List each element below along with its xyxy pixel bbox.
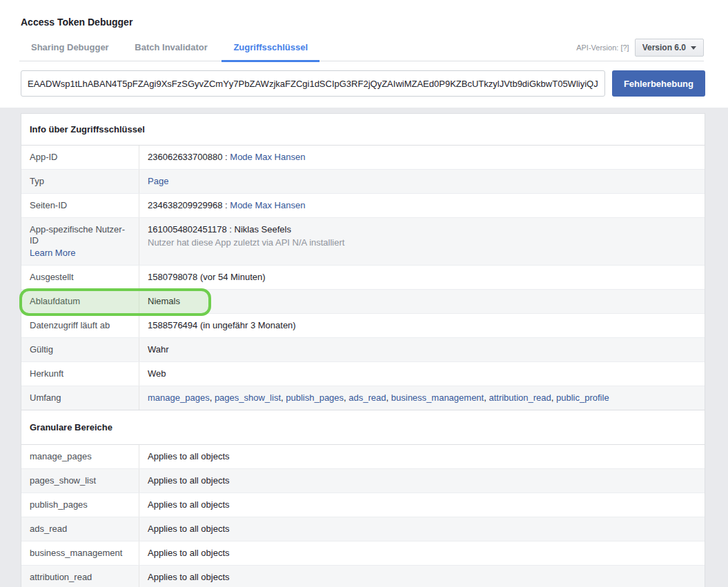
row-value: 234638209929968 : Mode Max Hansen xyxy=(139,194,705,217)
row-label: App-ID xyxy=(21,146,139,169)
type-link[interactable]: Page xyxy=(148,176,168,186)
granular-row-publish-pages: publish_pages Applies to all objects xyxy=(21,493,705,517)
row-label: Typ xyxy=(21,170,139,193)
table-row-app-scoped-user-id: App-spezifische Nutzer-ID Learn More 161… xyxy=(21,218,705,266)
table-row-herkunft: Herkunft Web xyxy=(21,362,705,386)
api-version-selected: Version 6.0 xyxy=(642,43,686,52)
tab-batch-invalidator[interactable]: Batch Invalidator xyxy=(123,42,219,61)
row-label: Seiten-ID xyxy=(21,194,139,217)
table-row-seiten-id: Seiten-ID 234638209929968 : Mode Max Han… xyxy=(21,194,705,218)
chevron-down-icon xyxy=(691,46,696,50)
granular-row-pages-show-list: pages_show_list Applies to all objects xyxy=(21,469,705,493)
token-bar: Fehlerbehebung xyxy=(21,70,705,97)
row-label: manage_pages xyxy=(21,445,139,468)
scope-links: manage_pages, pages_show_list, publish_p… xyxy=(139,386,705,410)
row-label: Ausgestellt xyxy=(21,266,139,289)
table-row-ablaufdatum: Ablaufdatum Niemals xyxy=(21,290,705,314)
row-label: Umfang xyxy=(21,386,139,410)
table-row-typ: Typ Page xyxy=(21,170,705,194)
api-version-label-text: API-Version: xyxy=(576,43,618,52)
tab-sharing-debugger[interactable]: Sharing Debugger xyxy=(19,42,121,61)
row-value: 1580798078 (vor 54 Minuten) xyxy=(139,266,705,289)
table-row-datenzugriff: Datenzugriff läuft ab 1588576494 (in ung… xyxy=(21,314,705,338)
page-name-link[interactable]: Mode Max Hansen xyxy=(230,200,305,210)
install-note: Nutzer hat diese App zuletzt via API N/A… xyxy=(148,237,696,248)
row-value: Wahr xyxy=(139,338,705,361)
granular-row-business-management: business_management Applies to all objec… xyxy=(21,541,705,566)
row-label-text: App-spezifische Nutzer-ID xyxy=(30,224,130,246)
scope-link[interactable]: publish_pages xyxy=(286,392,344,403)
granular-row-manage-pages: manage_pages Applies to all objects xyxy=(21,445,705,469)
learn-more-link[interactable]: Learn More xyxy=(30,248,75,259)
scope-link[interactable]: pages_show_list xyxy=(215,392,281,403)
table-row-gueltig: Gültig Wahr xyxy=(21,338,705,362)
info-table-header: Info über Zugriffsschlüssel xyxy=(21,114,705,146)
row-label: pages_show_list xyxy=(21,469,139,493)
user-id-value: 1610054802451178 : Niklas Seefels xyxy=(148,224,696,235)
row-value: Applies to all objects xyxy=(139,493,705,517)
table-row-ausgestellt: Ausgestellt 1580798078 (vor 54 Minuten) xyxy=(21,266,705,290)
row-label: Gültig xyxy=(21,338,139,361)
row-label: App-spezifische Nutzer-ID Learn More xyxy=(21,218,139,265)
row-value: 1610054802451178 : Niklas Seefels Nutzer… xyxy=(139,218,705,265)
api-version-help-link[interactable]: [?] xyxy=(620,43,629,52)
row-label: attribution_read xyxy=(21,566,139,587)
api-version-dropdown[interactable]: Version 6.0 xyxy=(635,39,704,57)
granular-row-attribution-read: attribution_read Applies to all objects xyxy=(21,566,705,587)
row-label: business_management xyxy=(21,541,139,565)
row-label: ads_read xyxy=(21,517,139,541)
table-row-umfang: Umfang manage_pages, pages_show_list, pu… xyxy=(21,386,705,410)
app-id-number: 236062633700880 : xyxy=(148,152,230,162)
row-label: publish_pages xyxy=(21,493,139,517)
scope-link[interactable]: public_profile xyxy=(556,392,609,403)
page-body: Info über Zugriffsschlüssel App-ID 23606… xyxy=(0,108,728,587)
row-value: Web xyxy=(139,362,705,386)
scope-link[interactable]: business_management xyxy=(391,392,484,403)
debug-button[interactable]: Fehlerbehebung xyxy=(612,70,705,97)
row-label: Herkunft xyxy=(21,362,139,386)
table-row-app-id: App-ID 236062633700880 : Mode Max Hansen xyxy=(21,146,705,170)
row-value: Applies to all objects xyxy=(139,445,705,468)
scope-link[interactable]: manage_pages xyxy=(148,392,210,403)
page-title: Access Token Debugger xyxy=(0,0,728,28)
token-info-card: Info über Zugriffsschlüssel App-ID 23606… xyxy=(21,113,705,587)
scope-link[interactable]: attribution_read xyxy=(489,392,551,403)
page-header: Access Token Debugger API-Version: [?] V… xyxy=(0,0,728,108)
granular-row-ads-read: ads_read Applies to all objects xyxy=(21,517,705,541)
app-name-link[interactable]: Mode Max Hansen xyxy=(230,152,305,162)
granular-header: Granulare Bereiche xyxy=(21,410,705,445)
page-id-number: 234638209929968 : xyxy=(148,200,230,210)
row-value: Applies to all objects xyxy=(139,541,705,565)
row-value: Applies to all objects xyxy=(139,517,705,541)
row-value: Niemals xyxy=(139,290,705,313)
row-label: Datenzugriff läuft ab xyxy=(21,314,139,337)
token-input[interactable] xyxy=(21,70,605,97)
api-version-label: API-Version: [?] xyxy=(576,43,629,52)
row-value: Page xyxy=(139,170,705,193)
row-value: Applies to all objects xyxy=(139,469,705,493)
tab-zugriffsschluessel[interactable]: Zugriffsschlüssel xyxy=(222,42,319,61)
row-value: 236062633700880 : Mode Max Hansen xyxy=(139,146,705,169)
row-value: 1588576494 (in ungefähr 3 Monaten) xyxy=(139,314,705,337)
api-version-control: API-Version: [?] Version 6.0 xyxy=(576,39,704,57)
scope-link[interactable]: ads_read xyxy=(348,392,386,403)
row-value: Applies to all objects xyxy=(139,566,705,587)
row-label: Ablaufdatum xyxy=(21,290,139,313)
